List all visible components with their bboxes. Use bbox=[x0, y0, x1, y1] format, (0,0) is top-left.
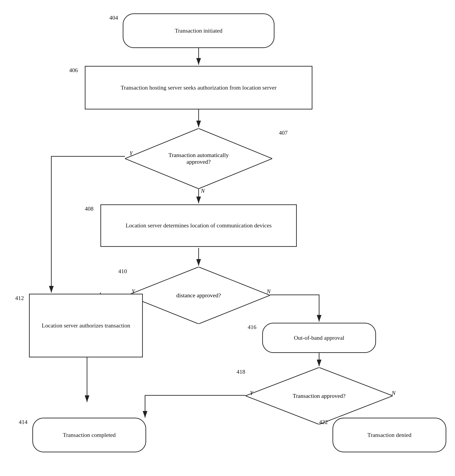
node-408: Location server determines location of c… bbox=[100, 204, 297, 247]
node-408-label: Location server determines location of c… bbox=[126, 222, 272, 229]
ref-414: 414 bbox=[19, 419, 27, 426]
node-412: Location server authorizes transaction bbox=[29, 294, 143, 357]
node-410-label: distance approved? bbox=[176, 292, 221, 299]
node-418: Transaction approved? bbox=[245, 367, 393, 424]
ref-416: 416 bbox=[248, 324, 256, 331]
node-406: Transaction hosting server seeks authori… bbox=[85, 66, 312, 109]
ref-418: 418 bbox=[236, 368, 245, 375]
node-422: Transaction denied bbox=[333, 418, 446, 452]
ref-404: 404 bbox=[109, 15, 118, 21]
ref-407: 407 bbox=[279, 130, 288, 136]
node-414-label: Transaction completed bbox=[63, 431, 116, 439]
ref-412: 412 bbox=[15, 295, 24, 301]
ref-408: 408 bbox=[85, 206, 94, 212]
label-407-y: Y bbox=[130, 150, 133, 157]
label-407-n: N bbox=[201, 188, 205, 194]
label-418-y: Y bbox=[250, 390, 253, 396]
node-416: Out-of-band approval bbox=[262, 323, 376, 353]
node-404-label: Transaction initiated bbox=[175, 27, 222, 35]
ref-422: 422 bbox=[319, 419, 328, 426]
node-410: distance approved? bbox=[127, 267, 270, 324]
ref-406: 406 bbox=[69, 67, 78, 74]
label-418-n: N bbox=[392, 390, 395, 396]
node-407: Transaction automatically approved? bbox=[125, 128, 272, 189]
ref-410: 410 bbox=[118, 268, 127, 275]
flowchart-diagram: Transaction initiated 404 Transaction ho… bbox=[0, 0, 455, 476]
node-412-label: Location server authorizes transaction bbox=[42, 322, 130, 329]
node-404: Transaction initiated bbox=[123, 13, 275, 48]
node-406-label: Transaction hosting server seeks authori… bbox=[121, 84, 277, 92]
node-416-label: Out-of-band approval bbox=[294, 334, 344, 342]
node-407-label: Transaction automatically approved? bbox=[169, 152, 229, 165]
node-418-label: Transaction approved? bbox=[293, 393, 346, 399]
node-414: Transaction completed bbox=[32, 418, 146, 452]
label-410-n: N bbox=[267, 288, 270, 295]
node-422-label: Transaction denied bbox=[367, 431, 412, 439]
